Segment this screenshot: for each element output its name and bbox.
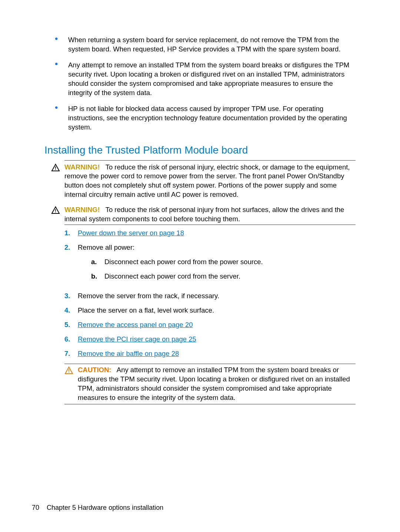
caution-body: CAUTION: Any attempt to remove an instal… bbox=[78, 366, 356, 403]
caution-text: Any attempt to remove an installed TPM f… bbox=[78, 366, 350, 401]
caution-label: CAUTION: bbox=[78, 366, 111, 374]
chapter-title: Chapter 5 Hardware options installation bbox=[47, 504, 163, 511]
bullet-dot: • bbox=[55, 36, 68, 54]
link-pci-riser[interactable]: Remove the PCI riser cage on page 25 bbox=[78, 335, 196, 343]
step-body: Power down the server on page 18 bbox=[78, 229, 184, 238]
substep-letter: a. bbox=[91, 257, 104, 267]
step-item: 6. Remove the PCI riser cage on page 25 bbox=[64, 335, 356, 344]
step-body: Remove the air baffle on page 28 bbox=[78, 349, 179, 358]
list-item: • HP is not liable for blocked data acce… bbox=[55, 104, 356, 132]
step-text: Remove all power: bbox=[78, 243, 134, 251]
substep-item: a. Disconnect each power cord from the p… bbox=[91, 257, 263, 267]
page-content: • When returning a system board for serv… bbox=[0, 0, 400, 428]
intro-bullet-list: • When returning a system board for serv… bbox=[55, 36, 356, 132]
step-list: 1. Power down the server on page 18 2. R… bbox=[64, 229, 356, 358]
step-body: Remove the PCI riser cage on page 25 bbox=[78, 335, 196, 344]
bullet-text: HP is not liable for blocked data access… bbox=[68, 104, 356, 132]
step-number: 4. bbox=[64, 306, 78, 315]
warning-triangle-icon: ! bbox=[51, 163, 64, 200]
bullet-dot: • bbox=[55, 104, 68, 132]
link-access-panel[interactable]: Remove the access panel on page 20 bbox=[78, 321, 193, 329]
bullet-dot: • bbox=[55, 61, 68, 98]
section-heading: Installing the Trusted Platform Module b… bbox=[44, 143, 356, 157]
step-body: Remove all power: a. Disconnect each pow… bbox=[78, 243, 263, 286]
warning-body: WARNING! To reduce the risk of personal … bbox=[64, 163, 356, 200]
caution-block: ! CAUTION: Any attempt to remove an inst… bbox=[64, 364, 356, 404]
step-item: 4. Place the server on a flat, level wor… bbox=[64, 306, 356, 315]
step-body: Remove the access panel on page 20 bbox=[78, 320, 193, 330]
link-power-down[interactable]: Power down the server on page 18 bbox=[78, 229, 184, 237]
svg-text:!: ! bbox=[55, 208, 56, 213]
step-item: 2. Remove all power: a. Disconnect each … bbox=[64, 243, 356, 286]
svg-text:!: ! bbox=[68, 368, 70, 374]
warning-text: To reduce the risk of personal injury, e… bbox=[64, 163, 350, 199]
substep-item: b. Disconnect each power cord from the s… bbox=[91, 272, 263, 281]
substep-text: Disconnect each power cord from the serv… bbox=[104, 272, 240, 281]
warning-text: To reduce the risk of personal injury fr… bbox=[64, 206, 344, 223]
step-number: 5. bbox=[64, 320, 78, 330]
step-item: 3. Remove the server from the rack, if n… bbox=[64, 292, 356, 301]
step-number: 1. bbox=[64, 229, 78, 238]
step-item: 1. Power down the server on page 18 bbox=[64, 229, 356, 238]
bullet-text: Any attempt to remove an installed TPM f… bbox=[68, 61, 356, 98]
list-item: • Any attempt to remove an installed TPM… bbox=[55, 61, 356, 98]
step-number: 2. bbox=[64, 243, 78, 286]
page-footer: 70 Chapter 5 Hardware options installati… bbox=[32, 503, 163, 512]
warning-block: ! WARNING! To reduce the risk of persona… bbox=[51, 163, 356, 200]
step-number: 6. bbox=[64, 335, 78, 344]
warning-label: WARNING! bbox=[64, 206, 100, 213]
substep-list: a. Disconnect each power cord from the p… bbox=[91, 257, 263, 281]
step-number: 3. bbox=[64, 292, 78, 301]
link-air-baffle[interactable]: Remove the air baffle on page 28 bbox=[78, 350, 179, 357]
warning-triangle-icon: ! bbox=[51, 205, 64, 224]
page-number: 70 bbox=[32, 504, 39, 511]
warning-body: WARNING! To reduce the risk of personal … bbox=[64, 205, 356, 224]
warning-block: ! WARNING! To reduce the risk of persona… bbox=[51, 205, 356, 224]
svg-text:!: ! bbox=[55, 165, 56, 171]
bullet-text: When returning a system board for servic… bbox=[68, 36, 356, 54]
substep-text: Disconnect each power cord from the powe… bbox=[104, 257, 263, 267]
list-item: • When returning a system board for serv… bbox=[55, 36, 356, 54]
step-item: 5. Remove the access panel on page 20 bbox=[64, 320, 356, 330]
substep-letter: b. bbox=[91, 272, 104, 281]
caution-triangle-icon: ! bbox=[64, 366, 78, 403]
step-number: 7. bbox=[64, 349, 78, 358]
step-text: Remove the server from the rack, if nece… bbox=[78, 292, 219, 301]
step-text: Place the server on a flat, level work s… bbox=[78, 306, 214, 315]
warning-label: WARNING! bbox=[64, 163, 100, 171]
step-item: 7. Remove the air baffle on page 28 bbox=[64, 349, 356, 358]
